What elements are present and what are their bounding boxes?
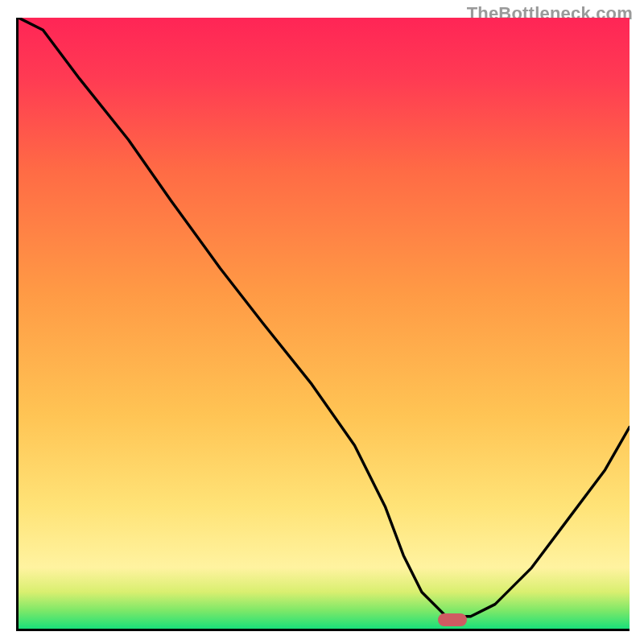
svg-rect-0 [19,18,630,629]
background-gradient [19,18,630,629]
chart-container: TheBottleneck.com [0,0,644,644]
plot-area [16,18,630,631]
optimal-marker [438,613,467,626]
